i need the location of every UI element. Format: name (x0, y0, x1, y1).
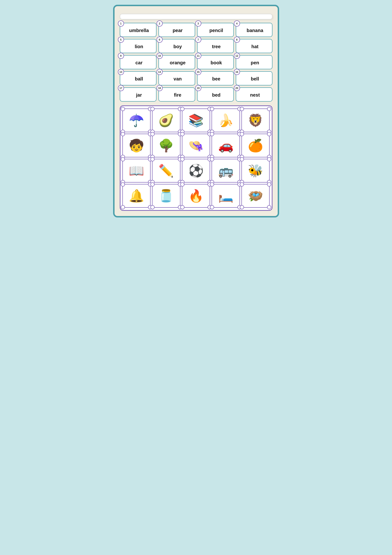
word-card: 1umbrella (120, 23, 157, 37)
word-card: 11book (197, 55, 234, 69)
word-card: 7tree (197, 39, 234, 53)
number-badge: 10 (157, 53, 163, 59)
word-card: 2pear (158, 23, 195, 37)
corner-decoration (150, 205, 155, 209)
word-card: 4banana (236, 23, 272, 37)
picture-banana: 🍌 (218, 114, 234, 126)
picture-van: 🚌 (218, 165, 234, 177)
corner-decoration (121, 182, 125, 187)
word-card: 5lion (120, 39, 157, 53)
number-badge: 7 (195, 37, 201, 43)
picture-card: 🍌 (212, 109, 240, 132)
word-label: van (163, 74, 193, 83)
corner-decoration (267, 205, 271, 209)
corner-decoration (150, 132, 155, 136)
picture-orange: 🍊 (248, 139, 263, 152)
picture-umbrella: ☂️ (129, 114, 144, 126)
instruction-box (120, 14, 272, 20)
number-badge: 9 (118, 53, 124, 59)
picture-bee: 🐝 (248, 165, 263, 177)
picture-book: 📖 (129, 165, 144, 177)
picture-hat: 👒 (188, 139, 204, 152)
word-card: 14van (158, 71, 195, 86)
picture-card: ☂️ (122, 109, 151, 132)
word-label: car (124, 58, 154, 66)
picture-card: 🔔 (122, 184, 151, 208)
word-card: 8hat (236, 39, 272, 53)
picture-card: ✏️ (152, 159, 180, 183)
number-badge: 3 (195, 20, 201, 27)
corner-decoration (150, 157, 155, 161)
word-card: 17jar (120, 87, 157, 102)
corner-decoration (240, 205, 244, 209)
word-label: pear (163, 26, 193, 34)
word-label: orange (163, 58, 193, 66)
words-grid: 1umbrella2pear3pencil4banana5lion6boy7tr… (120, 23, 272, 102)
word-card: 20nest (236, 87, 272, 102)
word-card: 19bed (197, 87, 234, 102)
picture-car: 🚗 (218, 139, 234, 152)
corner-decoration (180, 157, 185, 161)
number-badge: 2 (157, 20, 163, 27)
number-badge: 11 (195, 53, 201, 59)
word-label: boy (163, 42, 193, 50)
corner-decoration (121, 205, 125, 209)
number-badge: 15 (195, 69, 201, 75)
picture-ball: ⚽ (188, 165, 204, 177)
number-badge: 20 (234, 85, 240, 91)
word-label: nest (240, 90, 270, 99)
picture-card: 🍊 (242, 134, 270, 157)
number-badge: 17 (118, 85, 124, 91)
picture-card: 👒 (182, 134, 210, 157)
number-badge: 12 (234, 53, 240, 59)
corner-decoration (180, 107, 185, 111)
picture-card: 📚 (182, 109, 210, 132)
word-card: 15bee (197, 71, 234, 86)
word-label: hat (240, 42, 270, 50)
corner-decoration (267, 107, 271, 111)
picture-nest: 🪺 (248, 190, 263, 202)
word-card: 18fire (158, 87, 195, 102)
pictures-section: ☂️🥑📚🍌🦁🧒🌳👒🚗🍊📖✏️⚽🚌🐝🔔🫙🔥🛏️🪺 (120, 105, 272, 211)
corner-decoration (150, 182, 155, 187)
corner-decoration (267, 182, 271, 187)
page: 1umbrella2pear3pencil4banana5lion6boy7tr… (113, 5, 279, 218)
number-badge: 1 (118, 20, 124, 27)
picture-card: 🪺 (242, 184, 270, 208)
picture-jar: 🫙 (158, 190, 174, 202)
word-label: book (201, 58, 231, 66)
word-card: 16bell (236, 71, 272, 86)
picture-lion: 🦁 (248, 114, 263, 126)
picture-book-stack: 📚 (188, 114, 204, 126)
corner-decoration (210, 205, 214, 209)
corner-decoration (180, 205, 185, 209)
number-badge: 4 (234, 20, 240, 27)
number-badge: 13 (118, 69, 124, 75)
picture-card: 🐝 (242, 159, 270, 183)
word-label: fire (163, 90, 193, 99)
word-label: lion (124, 42, 154, 50)
word-label: bee (201, 74, 231, 83)
picture-bell: 🔔 (129, 190, 144, 202)
word-label: pen (240, 58, 270, 66)
picture-card: 🛏️ (212, 184, 240, 208)
corner-decoration (180, 132, 185, 136)
corner-decoration (121, 132, 125, 136)
number-badge: 6 (157, 37, 163, 43)
word-card: 6boy (158, 39, 195, 53)
word-label: tree (201, 42, 231, 50)
picture-pencil: ✏️ (158, 165, 174, 177)
word-card: 3pencil (197, 23, 234, 37)
number-badge: 19 (195, 85, 201, 91)
picture-card: 🧒 (122, 134, 151, 157)
picture-card: 🌳 (152, 134, 180, 157)
picture-bed: 🛏️ (218, 190, 234, 202)
corner-decoration (240, 157, 244, 161)
picture-card: 🚌 (212, 159, 240, 183)
corner-decoration (267, 157, 271, 161)
picture-card: 🚗 (212, 134, 240, 157)
picture-card: 🫙 (152, 184, 180, 208)
corner-decoration (210, 132, 214, 136)
picture-fire: 🔥 (188, 190, 204, 202)
word-label: bed (201, 90, 231, 99)
